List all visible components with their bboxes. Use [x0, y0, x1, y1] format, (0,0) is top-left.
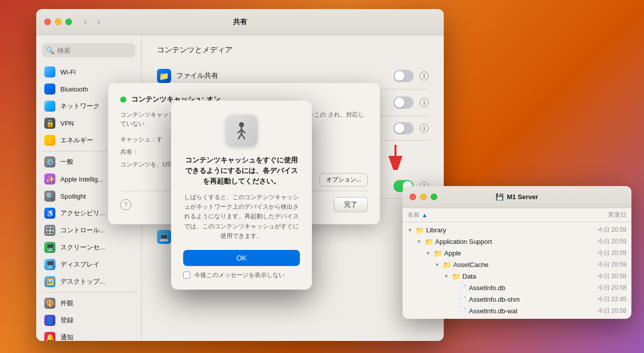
tree-item-assetcache[interactable]: ▼ 📁 AssetCache 今日 20:59: [403, 259, 631, 271]
sidebar-label-energy: エネルギー: [60, 136, 93, 145]
col-name: 名前 ▲: [408, 211, 428, 219]
minimize-button[interactable]: [55, 19, 61, 25]
options-button[interactable]: オプション...: [319, 173, 368, 187]
search-icon: 🔍: [46, 47, 54, 54]
maximize-button[interactable]: [65, 19, 72, 25]
sidebar-label-desktop: デスクトップ...: [60, 277, 105, 286]
file-sharing-toggle[interactable]: [393, 70, 414, 82]
access-icon: ♿: [44, 208, 55, 219]
row3-toggle[interactable]: [393, 122, 414, 134]
tree-date-assetcache: 今日 20:59: [581, 260, 626, 269]
tree-item-apple[interactable]: ▼ 📁 Apple 今日 20:59: [403, 247, 631, 259]
sidebar-item-screen[interactable]: 🖥️ スクリーンセ...: [36, 239, 141, 256]
tree-name-apple: Apple: [444, 249, 579, 257]
display-icon: 🖥️: [44, 259, 55, 270]
folder-apple-icon: 📁: [434, 249, 442, 257]
finder-maximize-btn[interactable]: [431, 194, 437, 200]
close-button[interactable]: [44, 19, 51, 25]
spotlight-icon: 🔍: [44, 191, 55, 202]
desktop-icon: 🖼️: [44, 276, 55, 287]
sidebar-label-notify: 通知: [60, 333, 73, 341]
forward-button[interactable]: ›: [93, 17, 104, 28]
sidebar-label-display: ディスプレイ: [60, 260, 100, 269]
nav-buttons: ‹ ›: [80, 17, 104, 28]
tree-item-library[interactable]: ▼ 📁 Library 今日 20:59: [403, 224, 631, 236]
finder-minimize-btn[interactable]: [420, 194, 427, 200]
alert-icon-wrap: [183, 115, 300, 147]
sidebar-label-wifi: Wi-Fi: [60, 68, 75, 76]
tree-date-assetinfo-db: 今日 20:58: [581, 284, 626, 292]
ok-button[interactable]: OK: [183, 250, 300, 266]
finder-window-title: M1 Server: [507, 193, 538, 201]
tree-name-assetinfo-db: AssetInfo.db: [469, 284, 579, 292]
tree-date-assetinfo-shm: 今日 22:45: [581, 295, 626, 304]
row3-info[interactable]: ℹ: [420, 124, 429, 133]
screen-icon: 🖥️: [44, 242, 55, 253]
chevron-data: ▼: [444, 274, 450, 279]
sidebar-label-spotlight: Spotlight: [60, 193, 86, 200]
svg-line-7: [242, 134, 245, 139]
sidebar-item-display[interactable]: 🖥️ ディスプレイ: [36, 256, 141, 273]
sidebar-label-control: コントロール...: [60, 226, 105, 235]
cache-label: キャッシュ：す: [120, 135, 163, 144]
alert-app-icon: [225, 115, 258, 147]
row2-info[interactable]: ℹ: [420, 98, 429, 107]
section-content-media: コンテンツとメディア: [157, 45, 429, 55]
shared-label: 共有：: [120, 148, 138, 156]
file-sharing-info[interactable]: ℹ: [420, 71, 429, 80]
alert-title: コンテンツキャッシュをすぐに使用できるようにするには、各デバイスを再起動してくだ…: [183, 155, 300, 187]
folder-assetcache-icon: 📁: [443, 261, 451, 269]
file-sharing-text: ファイル共有: [176, 71, 218, 80]
down-arrow-icon: [387, 145, 404, 170]
dont-show-label: 今後このメッセージを表示しない: [194, 271, 285, 280]
finder-title: 💾 M1 Server: [496, 193, 538, 201]
sidebar-label-external: 外観: [60, 299, 73, 308]
content-usb-label: コンテンツを、USB: [120, 160, 175, 169]
back-button[interactable]: ‹: [80, 17, 91, 28]
chevron-library: ▼: [408, 227, 414, 233]
col-sort-icon: ▲: [422, 212, 428, 219]
external-icon: 🎨: [44, 298, 55, 309]
tree-name-assetinfo-shm: AssetInfo.db-shm: [469, 296, 579, 303]
sidebar-item-login[interactable]: 👤 登録: [36, 312, 141, 329]
tree-item-assetinfo-shm[interactable]: 📄 AssetInfo.db-shm 今日 22:45: [403, 294, 631, 305]
folder-appsupport-icon: 📁: [425, 238, 433, 246]
sidebar-item-wifi[interactable]: Wi-Fi: [36, 63, 141, 80]
alert-checkbox-row: 今後このメッセージを表示しない: [183, 271, 300, 280]
tree-item-assetinfo-db[interactable]: 📄 AssetInfo.db 今日 20:58: [403, 282, 631, 294]
sidebar-item-notify[interactable]: 🔔 通知: [36, 329, 141, 341]
tree-date-library: 今日 20:59: [581, 226, 626, 234]
tree-item-assetinfo-wal[interactable]: 📄 AssetInfo.db-wal 今日 20:58: [403, 305, 631, 317]
chevron-apple: ▼: [426, 250, 432, 256]
finder-close-btn[interactable]: [410, 194, 416, 200]
network-icon: 🌐: [44, 101, 55, 112]
chevron-appsupport: ▼: [417, 239, 423, 244]
wifi-icon: [44, 66, 55, 77]
vpn-icon: 🔒: [44, 118, 55, 129]
notify-icon: 🔔: [44, 332, 55, 341]
tree-name-assetcache: AssetCache: [453, 261, 579, 269]
tree-date-apple: 今日 20:59: [581, 249, 626, 257]
tree-date-data: 今日 20:58: [581, 272, 626, 281]
sidebar-item-desktop[interactable]: 🖼️ デスクトップ...: [36, 273, 141, 290]
sidebar-item-external[interactable]: 🎨 外観: [36, 295, 141, 312]
general-icon: ⚙️: [44, 156, 55, 167]
sidebar-item-control[interactable]: 🎛️ コントロール...: [36, 222, 141, 239]
search-box[interactable]: 🔍: [42, 43, 135, 57]
file-sharing-icon: 📁: [157, 69, 171, 83]
tree-item-appsupport[interactable]: ▼ 📁 Application Support 今日 20:59: [403, 236, 631, 247]
help-button[interactable]: ?: [120, 199, 131, 210]
control-icon: 🎛️: [44, 225, 55, 236]
tree-name-appsupport: Application Support: [435, 238, 579, 245]
dont-show-checkbox[interactable]: [183, 272, 190, 279]
finder-tree: ▼ 📁 Library 今日 20:59 ▼ 📁 Application Sup…: [403, 222, 631, 319]
alert-body: しばらくすると、このコンテンツキャッシュがネットワーク上のデバイスから検出される…: [183, 193, 300, 241]
tree-date-appsupport: 今日 20:59: [581, 237, 626, 246]
search-input[interactable]: [57, 47, 131, 54]
sidebar-label-login: 登録: [60, 316, 73, 325]
energy-icon: ⚡: [44, 135, 55, 146]
tree-item-data[interactable]: ▼ 📁 Data 今日 20:58: [403, 271, 631, 282]
done-button[interactable]: 完了: [334, 197, 368, 212]
chevron-assetcache: ▼: [435, 262, 441, 268]
row2-toggle[interactable]: [393, 97, 414, 109]
